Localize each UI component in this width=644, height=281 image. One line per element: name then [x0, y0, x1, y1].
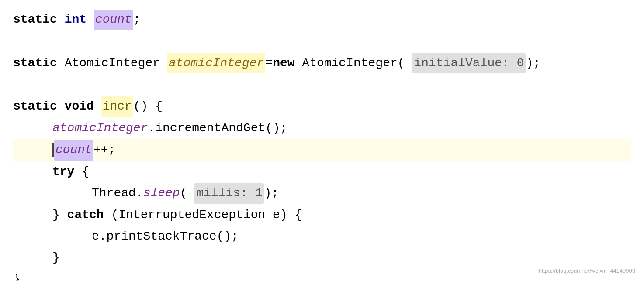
code-line-4: atomicInteger.incrementAndGet(); [13, 118, 631, 139]
paren-close-sleep: ); [264, 184, 279, 203]
keyword-new: new [273, 54, 294, 73]
class-atomicinteger: AtomicInteger [65, 54, 167, 73]
code-line-6: try { [13, 161, 631, 183]
keyword-void: void [65, 97, 94, 117]
var-count-incr: count [54, 140, 93, 161]
watermark: https://blog.csdn.net/weixin_44149903 [539, 267, 635, 276]
var-atomicinteger-call: atomicInteger [52, 119, 148, 138]
method-incr: incr [101, 96, 133, 117]
code-line-3: static void incr() { [13, 96, 631, 118]
keyword-try: try [52, 162, 74, 182]
code-line-blank-2 [13, 74, 631, 96]
var-atomicinteger: atomicInteger [167, 53, 265, 74]
code-editor: static int count; static AtomicInteger a… [0, 0, 644, 281]
brace-close-catch: } [52, 248, 60, 268]
param-millis: millis: 1 [194, 183, 264, 204]
semicolon-1: ; [133, 10, 141, 30]
code-line-blank-1 [13, 31, 631, 52]
code-line-10: } [13, 247, 631, 269]
code-line-7: Thread.sleep( millis: 1); [13, 182, 631, 205]
param-initial-value: initialValue: 0 [412, 53, 526, 74]
method-parens-open: () { [133, 97, 163, 117]
code-line-2: static AtomicInteger atomicInteger=new A… [13, 52, 631, 75]
code-line-8: } catch (InterruptedException e) { [13, 205, 631, 226]
space-1 [87, 10, 94, 30]
space-void [94, 97, 101, 117]
code-line-1: static int count; [13, 9, 631, 31]
keyword-catch: catch [67, 206, 104, 225]
code-line-9: e.printStackTrace(); [13, 226, 631, 247]
keyword-static-1: static [13, 10, 65, 30]
brace-close-method: } [13, 270, 21, 281]
thread-class: Thread. [92, 184, 143, 203]
method-sleep: sleep [143, 184, 180, 203]
brace-open-try: { [74, 162, 89, 182]
keyword-static-2: static [13, 54, 65, 73]
print-stack-trace: e.printStackTrace(); [92, 227, 239, 247]
paren-close-1: ); [526, 54, 540, 73]
space-new: AtomicInteger( [295, 54, 412, 73]
increment-op: ++; [93, 140, 115, 160]
keyword-int: int [65, 10, 87, 30]
equals-sign: = [265, 54, 273, 73]
paren-open-sleep: ( [180, 184, 195, 203]
keyword-static-3: static [13, 97, 65, 117]
cursor [52, 143, 54, 157]
method-increment: .incrementAndGet(); [148, 119, 287, 138]
brace-close-try: } [52, 206, 67, 225]
catch-params: (InterruptedException e) { [104, 206, 302, 225]
var-count: count [94, 10, 133, 30]
code-line-5: count++; [13, 139, 631, 161]
